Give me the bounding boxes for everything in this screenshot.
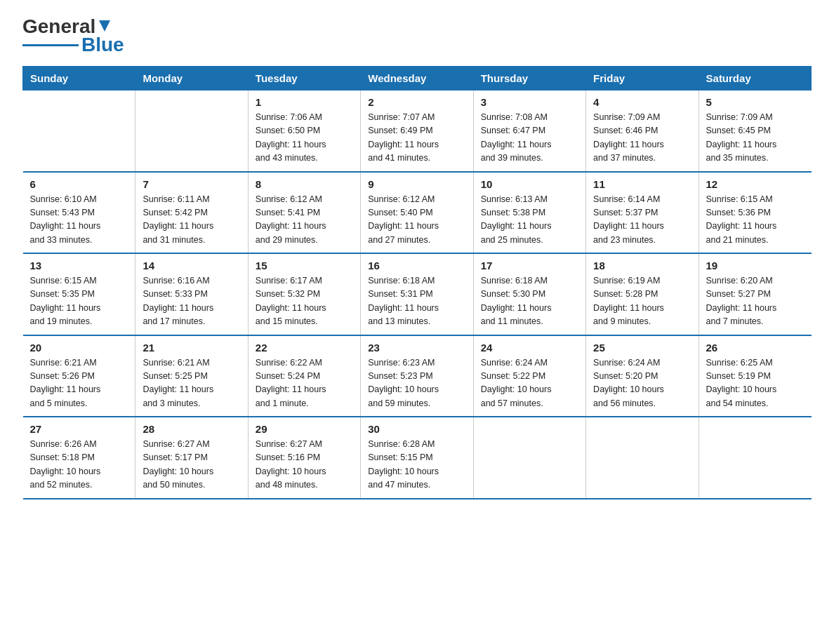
calendar-cell: 7Sunrise: 6:11 AMSunset: 5:42 PMDaylight… xyxy=(135,172,248,254)
calendar-cell xyxy=(473,417,585,499)
column-header-monday: Monday xyxy=(135,67,248,90)
day-info: Sunrise: 6:15 AMSunset: 5:36 PMDaylight:… xyxy=(706,193,805,248)
day-number: 4 xyxy=(593,96,691,108)
day-info: Sunrise: 7:08 AMSunset: 6:47 PMDaylight:… xyxy=(481,111,578,166)
calendar-cell: 22Sunrise: 6:22 AMSunset: 5:24 PMDayligh… xyxy=(248,335,360,417)
column-header-thursday: Thursday xyxy=(473,67,585,90)
day-number: 30 xyxy=(368,423,465,435)
day-number: 5 xyxy=(706,96,805,108)
day-info: Sunrise: 6:21 AMSunset: 5:25 PMDaylight:… xyxy=(143,356,240,411)
calendar-cell: 26Sunrise: 6:25 AMSunset: 5:19 PMDayligh… xyxy=(699,335,811,417)
column-header-sunday: Sunday xyxy=(23,67,135,90)
calendar-cell: 21Sunrise: 6:21 AMSunset: 5:25 PMDayligh… xyxy=(135,335,248,417)
calendar-cell xyxy=(23,90,135,172)
day-info: Sunrise: 7:09 AMSunset: 6:46 PMDaylight:… xyxy=(593,111,691,166)
day-info: Sunrise: 7:06 AMSunset: 6:50 PMDaylight:… xyxy=(256,111,353,166)
logo-triangle-icon xyxy=(97,19,112,33)
day-number: 8 xyxy=(256,178,353,190)
calendar-cell: 5Sunrise: 7:09 AMSunset: 6:45 PMDaylight… xyxy=(699,90,811,172)
day-info: Sunrise: 6:18 AMSunset: 5:30 PMDaylight:… xyxy=(481,274,578,329)
day-number: 13 xyxy=(30,260,128,271)
calendar-cell: 27Sunrise: 6:26 AMSunset: 5:18 PMDayligh… xyxy=(23,417,135,499)
calendar-cell: 13Sunrise: 6:15 AMSunset: 5:35 PMDayligh… xyxy=(23,253,135,335)
calendar-cell: 4Sunrise: 7:09 AMSunset: 6:46 PMDaylight… xyxy=(586,90,699,172)
day-number: 2 xyxy=(368,96,465,108)
day-number: 3 xyxy=(481,96,578,108)
calendar-cell: 12Sunrise: 6:15 AMSunset: 5:36 PMDayligh… xyxy=(699,172,811,254)
day-info: Sunrise: 6:15 AMSunset: 5:35 PMDaylight:… xyxy=(30,274,128,329)
day-info: Sunrise: 6:12 AMSunset: 5:41 PMDaylight:… xyxy=(256,193,353,248)
calendar-cell: 25Sunrise: 6:24 AMSunset: 5:20 PMDayligh… xyxy=(586,335,699,417)
day-number: 6 xyxy=(30,178,128,190)
day-info: Sunrise: 6:17 AMSunset: 5:32 PMDaylight:… xyxy=(256,274,353,329)
calendar-cell: 1Sunrise: 7:06 AMSunset: 6:50 PMDaylight… xyxy=(248,90,360,172)
day-number: 21 xyxy=(143,342,240,354)
day-info: Sunrise: 6:24 AMSunset: 5:22 PMDaylight:… xyxy=(481,356,578,411)
day-number: 20 xyxy=(30,342,128,354)
day-number: 29 xyxy=(256,423,353,435)
calendar-cell: 30Sunrise: 6:28 AMSunset: 5:15 PMDayligh… xyxy=(361,417,473,499)
calendar-cell xyxy=(699,417,811,499)
logo: General Blue xyxy=(22,17,124,55)
calendar-week-row: 1Sunrise: 7:06 AMSunset: 6:50 PMDaylight… xyxy=(23,90,812,172)
column-header-tuesday: Tuesday xyxy=(248,67,360,90)
day-info: Sunrise: 6:10 AMSunset: 5:43 PMDaylight:… xyxy=(30,193,128,248)
day-number: 28 xyxy=(143,423,240,435)
day-info: Sunrise: 6:12 AMSunset: 5:40 PMDaylight:… xyxy=(368,193,465,248)
calendar-cell: 3Sunrise: 7:08 AMSunset: 6:47 PMDaylight… xyxy=(473,90,585,172)
day-number: 24 xyxy=(481,342,578,354)
day-info: Sunrise: 6:11 AMSunset: 5:42 PMDaylight:… xyxy=(143,193,240,248)
calendar-cell: 19Sunrise: 6:20 AMSunset: 5:27 PMDayligh… xyxy=(699,253,811,335)
day-number: 12 xyxy=(706,178,805,190)
day-info: Sunrise: 6:27 AMSunset: 5:17 PMDaylight:… xyxy=(143,438,240,492)
day-info: Sunrise: 6:21 AMSunset: 5:26 PMDaylight:… xyxy=(30,356,128,411)
page-header: General Blue xyxy=(22,17,812,55)
calendar-cell: 2Sunrise: 7:07 AMSunset: 6:49 PMDaylight… xyxy=(361,90,473,172)
day-number: 9 xyxy=(368,178,465,190)
logo-blue: Blue xyxy=(81,35,124,55)
calendar-cell: 9Sunrise: 6:12 AMSunset: 5:40 PMDaylight… xyxy=(361,172,473,254)
day-number: 17 xyxy=(481,260,578,271)
calendar-cell xyxy=(586,417,699,499)
calendar-week-row: 27Sunrise: 6:26 AMSunset: 5:18 PMDayligh… xyxy=(23,417,812,499)
svg-marker-0 xyxy=(99,20,110,32)
day-number: 15 xyxy=(256,260,353,271)
day-info: Sunrise: 6:13 AMSunset: 5:38 PMDaylight:… xyxy=(481,193,578,248)
calendar-cell xyxy=(135,90,248,172)
calendar-cell: 29Sunrise: 6:27 AMSunset: 5:16 PMDayligh… xyxy=(248,417,360,499)
day-info: Sunrise: 6:16 AMSunset: 5:33 PMDaylight:… xyxy=(143,274,240,329)
day-info: Sunrise: 6:25 AMSunset: 5:19 PMDaylight:… xyxy=(706,356,805,411)
calendar-table: SundayMondayTuesdayWednesdayThursdayFrid… xyxy=(22,66,812,499)
day-number: 1 xyxy=(256,96,353,108)
calendar-cell: 23Sunrise: 6:23 AMSunset: 5:23 PMDayligh… xyxy=(361,335,473,417)
calendar-cell: 6Sunrise: 6:10 AMSunset: 5:43 PMDaylight… xyxy=(23,172,135,254)
day-number: 26 xyxy=(706,342,805,354)
day-info: Sunrise: 6:20 AMSunset: 5:27 PMDaylight:… xyxy=(706,274,805,329)
calendar-cell: 20Sunrise: 6:21 AMSunset: 5:26 PMDayligh… xyxy=(23,335,135,417)
day-number: 16 xyxy=(368,260,465,271)
day-info: Sunrise: 6:23 AMSunset: 5:23 PMDaylight:… xyxy=(368,356,465,411)
column-header-saturday: Saturday xyxy=(699,67,811,90)
day-number: 14 xyxy=(143,260,240,271)
day-number: 27 xyxy=(30,423,128,435)
calendar-cell: 18Sunrise: 6:19 AMSunset: 5:28 PMDayligh… xyxy=(586,253,699,335)
day-number: 22 xyxy=(256,342,353,354)
day-number: 23 xyxy=(368,342,465,354)
calendar-cell: 15Sunrise: 6:17 AMSunset: 5:32 PMDayligh… xyxy=(248,253,360,335)
calendar-week-row: 20Sunrise: 6:21 AMSunset: 5:26 PMDayligh… xyxy=(23,335,812,417)
calendar-week-row: 13Sunrise: 6:15 AMSunset: 5:35 PMDayligh… xyxy=(23,253,812,335)
day-info: Sunrise: 6:19 AMSunset: 5:28 PMDaylight:… xyxy=(593,274,691,329)
calendar-cell: 8Sunrise: 6:12 AMSunset: 5:41 PMDaylight… xyxy=(248,172,360,254)
day-info: Sunrise: 6:27 AMSunset: 5:16 PMDaylight:… xyxy=(256,438,353,492)
day-number: 19 xyxy=(706,260,805,271)
calendar-cell: 17Sunrise: 6:18 AMSunset: 5:30 PMDayligh… xyxy=(473,253,585,335)
calendar-cell: 10Sunrise: 6:13 AMSunset: 5:38 PMDayligh… xyxy=(473,172,585,254)
day-info: Sunrise: 6:26 AMSunset: 5:18 PMDaylight:… xyxy=(30,438,128,492)
calendar-cell: 28Sunrise: 6:27 AMSunset: 5:17 PMDayligh… xyxy=(135,417,248,499)
day-number: 18 xyxy=(593,260,691,271)
day-info: Sunrise: 6:24 AMSunset: 5:20 PMDaylight:… xyxy=(593,356,691,411)
day-info: Sunrise: 7:07 AMSunset: 6:49 PMDaylight:… xyxy=(368,111,465,166)
calendar-cell: 11Sunrise: 6:14 AMSunset: 5:37 PMDayligh… xyxy=(586,172,699,254)
calendar-header-row: SundayMondayTuesdayWednesdayThursdayFrid… xyxy=(23,67,812,90)
day-info: Sunrise: 7:09 AMSunset: 6:45 PMDaylight:… xyxy=(706,111,805,166)
